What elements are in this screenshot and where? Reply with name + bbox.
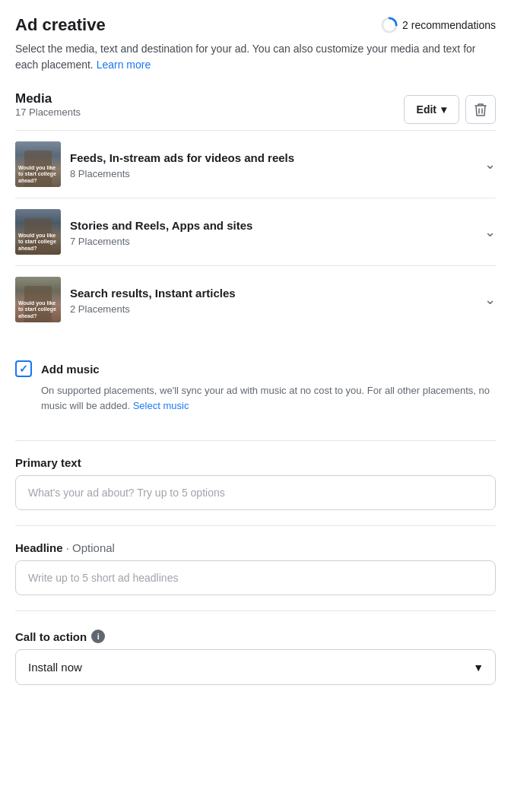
- edit-button[interactable]: Edit ▾: [404, 95, 459, 124]
- placement-item-1[interactable]: Would you like to start college ahead? F…: [15, 130, 496, 198]
- placement-item-3[interactable]: Would you like to start college ahead? S…: [15, 265, 496, 333]
- learn-more-link[interactable]: Learn more: [97, 59, 151, 71]
- placement-info-3: Search results, Instant articles 2 Place…: [70, 285, 236, 315]
- divider-3: [15, 611, 496, 611]
- placement-name-2: Stories and Reels, Apps and sites: [70, 217, 252, 233]
- placement-info-1: Feeds, In-stream ads for videos and reel…: [70, 150, 294, 179]
- thumb-text-1: Would you like to start college ahead?: [18, 165, 58, 184]
- edit-chevron-icon: ▾: [441, 103, 446, 116]
- cta-label-row: Call to action i: [15, 630, 496, 643]
- select-music-link[interactable]: Select music: [133, 400, 189, 411]
- media-subtitle: 17 Placements: [15, 106, 81, 118]
- placement-name-3: Search results, Instant articles: [70, 285, 236, 301]
- chevron-down-icon-1: ⌄: [484, 156, 496, 173]
- music-description: On supported placements, we'll sync your…: [15, 383, 496, 413]
- header-top: Ad creative 2 recommendations: [15, 15, 496, 35]
- trash-icon: [474, 103, 487, 116]
- divider-2: [15, 525, 496, 526]
- music-section: ✓ Add music On supported placements, we'…: [15, 348, 496, 425]
- headline-label: Headline · Optional: [15, 541, 496, 554]
- media-title: Media: [15, 91, 81, 106]
- placement-left-1: Would you like to start college ahead? F…: [15, 141, 294, 187]
- header-description: Select the media, text and destination f…: [15, 41, 496, 73]
- placement-item-2[interactable]: Would you like to start college ahead? S…: [15, 198, 496, 265]
- page-title: Ad creative: [15, 15, 106, 35]
- checkmark-icon: ✓: [19, 363, 28, 375]
- delete-button[interactable]: [465, 95, 496, 124]
- placement-count-2: 7 Placements: [70, 236, 252, 247]
- music-check-row: ✓ Add music: [15, 360, 496, 377]
- loading-icon: [381, 17, 398, 33]
- headline-input[interactable]: [15, 560, 496, 595]
- info-icon[interactable]: i: [91, 630, 105, 643]
- placement-thumb-1: Would you like to start college ahead?: [15, 141, 61, 187]
- cta-label: Call to action: [15, 630, 87, 643]
- placement-name-1: Feeds, In-stream ads for videos and reel…: [70, 150, 294, 166]
- thumb-text-2: Would you like to start college ahead?: [18, 233, 58, 252]
- placement-left-3: Would you like to start college ahead? S…: [15, 277, 236, 322]
- placement-left-2: Would you like to start college ahead? S…: [15, 209, 252, 255]
- placement-count-1: 8 Placements: [70, 168, 294, 179]
- placement-thumb-3: Would you like to start college ahead?: [15, 277, 61, 322]
- chevron-down-icon-2: ⌄: [484, 224, 496, 240]
- thumb-text-3: Would you like to start college ahead?: [18, 300, 58, 319]
- cta-select[interactable]: Install now Learn more Sign up Download …: [15, 649, 496, 685]
- headline-section: Headline · Optional: [15, 541, 496, 595]
- edit-label: Edit: [417, 103, 436, 116]
- cta-select-wrapper: Install now Learn more Sign up Download …: [15, 649, 496, 685]
- divider-1: [15, 440, 496, 441]
- recommendations-badge: 2 recommendations: [381, 17, 496, 33]
- header-section: Ad creative 2 recommendations Select the…: [15, 15, 496, 73]
- media-actions: Edit ▾: [404, 95, 496, 124]
- media-title-group: Media 17 Placements: [15, 91, 81, 127]
- headline-optional-label: · Optional: [66, 541, 115, 554]
- media-section: Media 17 Placements Edit ▾ Would you lik…: [15, 91, 496, 333]
- music-label: Add music: [41, 363, 100, 376]
- primary-text-label: Primary text: [15, 456, 496, 469]
- media-header: Media 17 Placements Edit ▾: [15, 91, 496, 127]
- recommendations-count: 2 recommendations: [402, 19, 496, 31]
- primary-text-input[interactable]: [15, 475, 496, 510]
- placement-info-2: Stories and Reels, Apps and sites 7 Plac…: [70, 217, 252, 247]
- placement-count-3: 2 Placements: [70, 303, 236, 315]
- cta-section: Call to action i Install now Learn more …: [15, 630, 496, 685]
- primary-text-section: Primary text: [15, 456, 496, 510]
- chevron-down-icon-3: ⌄: [484, 291, 496, 308]
- placement-thumb-2: Would you like to start college ahead?: [15, 209, 61, 255]
- add-music-checkbox[interactable]: ✓: [15, 360, 32, 377]
